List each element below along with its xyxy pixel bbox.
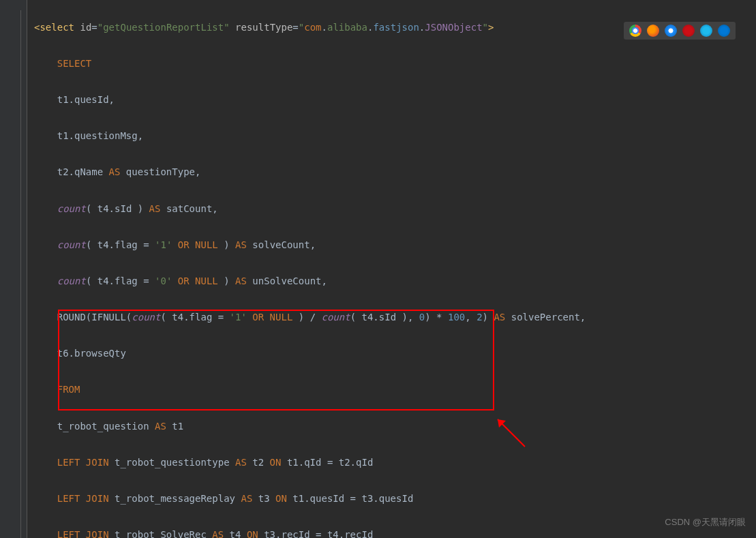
code-line[interactable]: SELECT — [34, 55, 586, 73]
edge-icon[interactable] — [718, 25, 730, 37]
code-line[interactable]: LEFT JOIN t_robot_messageReplay AS t3 ON… — [34, 490, 586, 508]
code-line[interactable]: count( t4.flag = '1' OR NULL ) AS solveC… — [34, 236, 586, 254]
code-line[interactable]: t1.quesId, — [34, 91, 586, 109]
code-line[interactable]: <select id="getQuestionReportList" resul… — [34, 18, 586, 37]
browser-icons-toolbar — [624, 22, 736, 40]
opera-icon[interactable] — [682, 25, 695, 37]
code-line[interactable]: ROUND(IFNULL(count( t4.flag = '1' OR NUL… — [34, 308, 586, 327]
code-line[interactable]: t1.questionMsg, — [34, 127, 586, 145]
firefox-icon[interactable] — [647, 25, 659, 37]
editor-gutter — [0, 0, 27, 538]
watermark-text: CSDN @天黑请闭眼 — [665, 514, 746, 531]
fold-guide — [20, 10, 21, 538]
code-line[interactable]: FROM — [34, 380, 586, 399]
ie-icon[interactable] — [700, 25, 712, 37]
safari-icon[interactable] — [665, 25, 677, 37]
code-line[interactable]: LEFT JOIN t_robot_SolveRec AS t4 ON t3.r… — [34, 526, 586, 538]
code-line[interactable]: count( t4.sId ) AS satCount, — [34, 200, 586, 218]
code-line[interactable]: t6.browseQty — [34, 344, 586, 363]
code-line[interactable]: t2.qName AS questionType, — [34, 163, 586, 181]
chrome-icon[interactable] — [629, 25, 641, 37]
code-line[interactable]: LEFT JOIN t_robot_questiontype AS t2 ON … — [34, 453, 586, 472]
code-line[interactable]: count( t4.flag = '0' OR NULL ) AS unSolv… — [34, 272, 586, 290]
code-line[interactable]: t_robot_question AS t1 — [34, 417, 586, 436]
code-editor[interactable]: <select id="getQuestionReportList" resul… — [34, 0, 586, 538]
